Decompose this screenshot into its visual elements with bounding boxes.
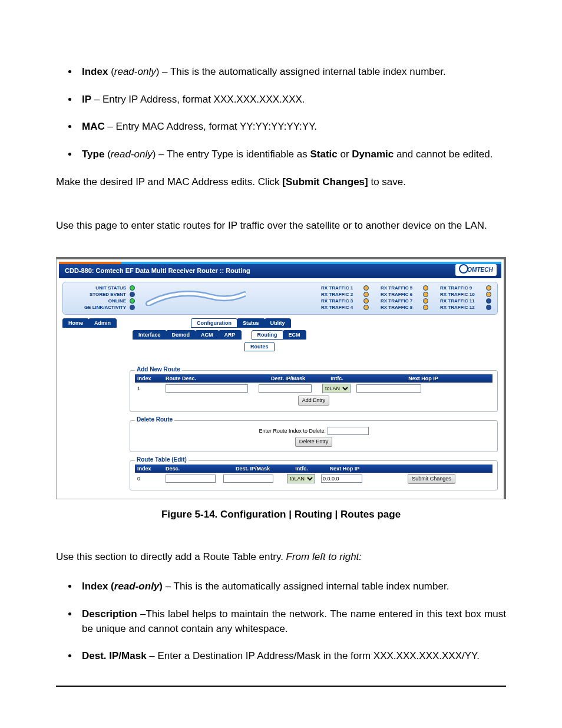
led-icon [423,305,428,310]
bullet-item: Index (read-only) – This is the automati… [78,65,506,80]
edit-next-hop-input[interactable] [321,475,362,483]
tab-demod[interactable]: Demod [166,330,196,340]
led-icon [363,285,369,291]
add-dest-ip-input[interactable] [259,384,312,393]
edit-index-value: 0 [135,473,163,485]
edit-desc-input[interactable] [166,475,216,483]
term: Type [82,149,104,160]
tab-arp[interactable]: ARP [219,330,242,340]
route-table-edit-panel: Route Table (Edit) Index Desc. Dest. IP/… [130,460,498,490]
screenshot-figure: CDD-880: Comtech EF Data Multi Receiver … [56,257,506,499]
bullet-item: Dest. IP/Mask – Enter a Destination IP A… [78,649,506,664]
term: Index [82,66,108,77]
tab-routes[interactable]: Routes [244,342,275,351]
panel-legend: Delete Route [135,416,174,423]
brand-logo: OMTECH [455,264,497,276]
led-icon [486,305,491,310]
tab-configuration[interactable]: Configuration [191,318,237,328]
title-bar: CDD-880: Comtech EF Data Multi Receiver … [59,262,501,278]
led-icon [363,292,369,297]
footer-rule [56,686,506,687]
led-icon [130,305,135,310]
led-icon [486,292,491,297]
paragraph: Make the desired IP and MAC Address edit… [56,175,506,190]
tab-ecm[interactable]: ECM [283,330,306,340]
tab-admin[interactable]: Admin [88,318,117,328]
page-title: CDD-880: Comtech EF Data Multi Receiver … [59,267,250,274]
led-icon [423,292,428,297]
tab-acm[interactable]: ACM [195,330,219,340]
edit-intfc-select[interactable]: toLAN [287,474,315,483]
delete-label: Enter Route Index to Delete: [259,428,326,434]
add-entry-button[interactable]: Add Entry [298,396,330,406]
add-next-hop-input[interactable] [356,384,421,393]
panel-legend: Add New Route [135,366,182,373]
led-icon [363,298,369,304]
delete-route-panel: Delete Route Enter Route Index to Delete… [130,420,498,452]
add-route-desc-input[interactable] [166,384,248,393]
tab-interface[interactable]: Interface [133,330,167,340]
tab-row-2: InterfaceDemodACMARPRoutingECM [133,330,498,341]
paragraph: Use this section to directly add a Route… [56,550,506,565]
tail: – The entry Type is identifiable as [156,149,310,160]
led-icon [423,298,428,304]
delete-entry-button[interactable]: Delete Entry [295,437,333,447]
tab-row-1: HomeAdminConfigurationStatusUtility [62,318,498,329]
add-intfc-select[interactable]: toLAN [322,384,351,393]
status-bar: UNIT STATUS STORED EVENT ONLINE GE LINK/… [62,282,498,315]
tab-status[interactable]: Status [237,318,265,328]
bullet-item: IP – Entry IP Address, format XXX.XXX.XX… [78,93,506,107]
bullet-item: Description –This label helps to maintai… [78,607,506,636]
term: IP [82,94,91,105]
tab-row-3: Routes [244,342,498,353]
add-route-panel: Add New Route Index Route Desc. Dest. IP… [130,370,498,412]
led-icon [486,285,491,291]
led-icon [130,285,135,291]
add-index-value: 1 [135,383,163,394]
panel-legend: Route Table (Edit) [135,456,189,463]
swoosh-graphic [146,291,246,306]
tab-home[interactable]: Home [62,318,89,328]
tail: – Entry IP Address, format XXX.XXX.XXX.X… [91,94,305,105]
tail: – This is the automatically assigned int… [159,66,445,77]
figure-caption: Figure 5-14. Configuration | Routing | R… [56,509,506,521]
edit-dest-ip-input[interactable] [223,475,273,483]
term: MAC [82,121,105,132]
tab-utility[interactable]: Utility [265,318,291,328]
led-icon [130,298,135,304]
led-icon [130,292,135,297]
bullet-item: Type (read-only) – The entry Type is ide… [78,147,506,162]
led-icon [423,285,428,291]
bullet-list-bottom: Index (read-only) – This is the automati… [56,579,506,664]
bullet-list-top: Index (read-only) – This is the automati… [56,65,506,162]
paren: read-only [111,149,153,160]
led-icon [363,305,369,310]
delete-index-input[interactable] [328,427,369,435]
paren: read-only [114,66,156,77]
led-icon [486,298,491,304]
tail: – Entry MAC Address, format YY:YY:YY:YY:… [105,121,317,132]
submit-changes-button[interactable]: Submit Changes [408,474,455,484]
bullet-item: Index (read-only) – This is the automati… [78,579,506,594]
paragraph: Use this page to enter static routes for… [56,219,506,233]
tab-routing[interactable]: Routing [252,330,283,340]
bullet-item: MAC – Entry MAC Address, format YY:YY:YY… [78,120,506,134]
